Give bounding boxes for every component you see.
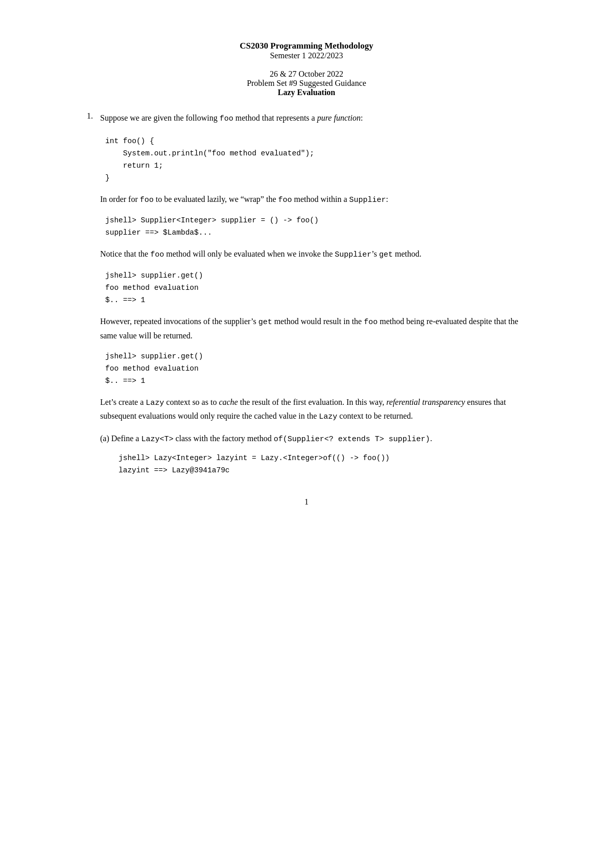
semester: Semester 1 2022/2023 xyxy=(87,51,526,60)
p3-get: get xyxy=(258,318,272,327)
p4-cache: cache xyxy=(219,398,238,406)
p1-foo2: foo xyxy=(278,196,292,204)
q1-intro-rest: method that represents a xyxy=(233,113,317,122)
p1-mid: to be evaluated lazily, we “wrap” the xyxy=(154,195,278,203)
page: CS2030 Programming Methodology Semester … xyxy=(87,0,526,547)
sub-a-of-supplier: of(Supplier<? extends T> supplier) xyxy=(274,435,430,444)
q1-intro: Suppose we are given the following xyxy=(100,113,220,122)
code-block-3: jshell> supplier.get() foo method evalua… xyxy=(105,270,526,307)
p4-lazy: Lazy xyxy=(146,399,164,407)
p4-mid2: the result of the first evaluation. In t… xyxy=(238,398,386,406)
p4-start: Let’s create a xyxy=(100,398,146,406)
q1-colon: : xyxy=(361,113,363,122)
sub-a-mid: class with the factory method xyxy=(173,434,273,443)
q1-foo-code: foo xyxy=(220,115,233,123)
paragraph-3: However, repeated invocations of the sup… xyxy=(100,315,526,342)
course-title: CS2030 Programming Methodology xyxy=(87,41,526,51)
p1-foo: foo xyxy=(140,196,154,204)
p4-ref-trans: referential transparency xyxy=(386,398,465,406)
p1-start: In order for xyxy=(100,195,140,203)
p2-foo: foo xyxy=(150,250,164,259)
paragraph-1: In order for foo to be evaluated lazily,… xyxy=(100,193,526,207)
paragraph-4: Let’s create a Lazy context so as to cac… xyxy=(100,396,526,424)
sub-question-a: (a) Define a Lazy<T> class with the fact… xyxy=(100,432,526,477)
page-number: 1 xyxy=(87,497,526,507)
p1-mid2: method within a xyxy=(292,195,349,203)
p2-end: method. xyxy=(393,249,421,258)
code-block-1: int foo() { System.out.println("foo meth… xyxy=(105,135,526,185)
sub-a-code-block: jshell> Lazy<Integer> lazyint = Lazy.<In… xyxy=(119,452,526,477)
p2-supplier: Supplier xyxy=(335,250,371,259)
question-1-text: Suppose we are given the following foo m… xyxy=(100,111,526,125)
p1-supplier: Supplier xyxy=(349,196,386,204)
p3-foo: foo xyxy=(364,318,378,327)
sub-a-end: . xyxy=(430,434,432,443)
p2-start: Notice that the xyxy=(100,249,150,258)
code-block-4: jshell> supplier.get() foo method evalua… xyxy=(105,351,526,387)
content: 1. Suppose we are given the following fo… xyxy=(87,111,526,477)
question-1-block: 1. Suppose we are given the following fo… xyxy=(87,111,526,125)
code-block-2: jshell> Supplier<Integer> supplier = () … xyxy=(105,215,526,239)
sub-a-label: (a) xyxy=(100,434,109,443)
problem-set: Problem Set #9 Suggested Guidance xyxy=(87,79,526,88)
question-1-number: 1. xyxy=(87,111,100,125)
sub-a-lazy-t: Lazy<T> xyxy=(141,435,173,444)
p4-end2: context to be returned. xyxy=(337,412,413,420)
sub-a-label-text: (a) Define a Lazy<T> class with the fact… xyxy=(100,432,526,446)
p3-mid: method would result in the xyxy=(272,317,364,326)
p1-end: : xyxy=(386,195,388,203)
q1-pure-function: pure function xyxy=(317,113,361,122)
date: 26 & 27 October 2022 xyxy=(87,70,526,79)
topic: Lazy Evaluation xyxy=(87,88,526,97)
p2-apos: ’s xyxy=(371,249,377,258)
p4-mid: context so as to xyxy=(164,398,219,406)
p4-lazy2: Lazy xyxy=(319,413,337,421)
p3-start: However, repeated invocations of the sup… xyxy=(100,317,258,326)
paragraph-2: Notice that the foo method will only be … xyxy=(100,247,526,262)
sub-a-start: Define a xyxy=(111,434,142,443)
p2-get: get xyxy=(379,250,393,259)
p2-mid: method will only be evaluated when we in… xyxy=(164,249,335,258)
header: CS2030 Programming Methodology Semester … xyxy=(87,41,526,97)
